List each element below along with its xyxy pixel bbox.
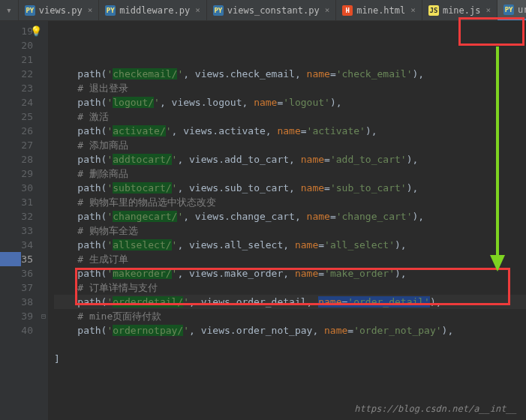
code-line[interactable]: # 生成订单	[54, 252, 526, 266]
intention-bulb-icon[interactable]: 💡	[30, 24, 42, 38]
code-line[interactable]: path('addtocart/', views.add_to_cart, na…	[54, 152, 526, 166]
tab-views-py[interactable]: PYviews.py×	[19, 0, 99, 20]
line-number[interactable]: 20	[0, 38, 33, 52]
code-line[interactable]: # 购物车全选	[54, 224, 526, 238]
fold-marker[interactable]	[39, 124, 48, 138]
code-line[interactable]	[54, 338, 526, 352]
tab-urls-py[interactable]: PYurls.py×	[497, 0, 526, 20]
tab-mine-html[interactable]: Hmine.html×	[336, 0, 422, 20]
code-area[interactable]: 💡 path('checkemail/', views.check_email,…	[48, 21, 526, 420]
line-number[interactable]: 27	[0, 138, 33, 152]
code-line[interactable]: path('activate/', views.activate, name='…	[54, 124, 526, 138]
line-number[interactable]: 32	[0, 209, 33, 224]
code-line[interactable]: # 退出登录	[54, 81, 526, 95]
py-file-icon: PY	[25, 5, 35, 16]
tab-label: middleware.py	[119, 5, 190, 16]
code-line[interactable]: path('subtocart/', views.sub_to_cart, na…	[54, 181, 526, 195]
fold-marker[interactable]	[39, 295, 48, 309]
code-line[interactable]	[54, 366, 526, 380]
fold-marker[interactable]	[39, 152, 48, 166]
line-number[interactable]: 25	[0, 110, 33, 124]
line-number[interactable]: 22	[0, 67, 33, 81]
line-number-gutter[interactable]: 1920212223242526272829303132333435363738…	[0, 21, 39, 420]
fold-marker[interactable]	[39, 52, 48, 67]
line-number[interactable]: 19	[0, 24, 33, 38]
code-line[interactable]: path('checkemail/', views.check_email, n…	[54, 67, 526, 81]
line-number[interactable]: 33	[0, 224, 33, 238]
fold-marker[interactable]	[39, 166, 48, 181]
line-number[interactable]: 40	[0, 323, 33, 338]
code-line[interactable]: path('allselect/', views.all_select, nam…	[54, 238, 526, 252]
fold-marker[interactable]	[39, 110, 48, 124]
fold-marker[interactable]	[39, 195, 48, 209]
py-file-icon: PY	[503, 4, 514, 15]
code-line[interactable]: # 激活	[54, 110, 526, 124]
breakpoint-marker	[0, 252, 21, 266]
fold-marker[interactable]	[39, 81, 48, 95]
fold-marker[interactable]	[39, 95, 48, 110]
code-line[interactable]: path('logout/', views.logout, name='logo…	[54, 95, 526, 110]
fold-marker[interactable]	[39, 280, 48, 295]
code-line[interactable]: # mine页面待付款	[54, 309, 526, 323]
js-file-icon: JS	[428, 5, 439, 16]
fold-marker[interactable]	[39, 181, 48, 195]
fold-marker[interactable]	[39, 67, 48, 81]
close-icon[interactable]: ×	[485, 5, 491, 15]
fold-marker[interactable]	[39, 38, 48, 52]
tab-label: mine.js	[443, 5, 481, 16]
tab-label: mine.html	[356, 5, 405, 16]
tab-views_constant-py[interactable]: PYviews_constant.py×	[207, 0, 336, 20]
fold-marker[interactable]: ⊟	[39, 309, 48, 323]
close-icon[interactable]: ×	[410, 5, 416, 15]
code-line[interactable]: # 购物车里的物品选中状态改变	[54, 195, 526, 209]
line-number[interactable]: 37	[0, 280, 33, 295]
fold-marker[interactable]	[39, 224, 48, 238]
line-number[interactable]: 38	[0, 295, 33, 309]
tab-label: urls.py	[518, 4, 526, 15]
tab-label: views_constant.py	[227, 5, 320, 16]
code-line[interactable]: path('ordernotpay/', views.order_not_pay…	[54, 323, 526, 338]
fold-marker[interactable]	[39, 266, 48, 280]
close-icon[interactable]: ×	[88, 5, 93, 15]
tab-actions[interactable]: ▾	[0, 0, 19, 20]
line-number[interactable]: 31	[0, 195, 33, 209]
close-icon[interactable]: ×	[325, 5, 330, 15]
tab-middleware-py[interactable]: PYmiddleware.py×	[99, 0, 207, 20]
code-line[interactable]: # 删除商品	[54, 166, 526, 181]
tab-label: views.py	[39, 5, 83, 16]
line-number[interactable]: 29	[0, 166, 33, 181]
line-number[interactable]: 26	[0, 124, 33, 138]
fold-column[interactable]: ⊟	[39, 21, 48, 420]
fold-marker[interactable]	[39, 252, 48, 266]
line-number[interactable]: 28	[0, 152, 33, 166]
line-number[interactable]: 24	[0, 95, 33, 110]
line-number[interactable]: 39	[0, 309, 33, 323]
tab-mine-js[interactable]: JSmine.js×	[422, 0, 497, 20]
fold-marker[interactable]	[39, 323, 48, 338]
code-line[interactable]: # 订单详情与支付	[54, 280, 526, 295]
code-line[interactable]: path('makeorder/', views.make_order, nam…	[54, 266, 526, 280]
py-file-icon: PY	[213, 5, 224, 16]
line-number[interactable]: 36	[0, 266, 33, 280]
html-file-icon: H	[342, 5, 353, 16]
line-number[interactable]: 23	[0, 81, 33, 95]
code-line[interactable]: path('orderdetail/', views.order_detail,…	[54, 295, 526, 309]
fold-marker[interactable]	[39, 138, 48, 152]
code-editor: 1920212223242526272829303132333435363738…	[0, 21, 526, 420]
editor-tabs: ▾ PYviews.py×PYmiddleware.py×PYviews_con…	[0, 0, 526, 21]
line-number[interactable]: 21	[0, 52, 33, 67]
line-number[interactable]: 30	[0, 181, 33, 195]
code-line[interactable]: ]	[54, 352, 526, 366]
watermark-text: https://blog.csdn.net/a__int__	[354, 404, 517, 414]
fold-marker[interactable]	[39, 209, 48, 224]
close-icon[interactable]: ×	[195, 5, 200, 15]
line-number[interactable]: 34	[0, 238, 33, 252]
py-file-icon: PY	[105, 5, 116, 16]
fold-marker[interactable]	[39, 238, 48, 252]
code-line[interactable]: path('changecart/', views.change_cart, n…	[54, 209, 526, 224]
code-line[interactable]: # 添加商品	[54, 138, 526, 152]
